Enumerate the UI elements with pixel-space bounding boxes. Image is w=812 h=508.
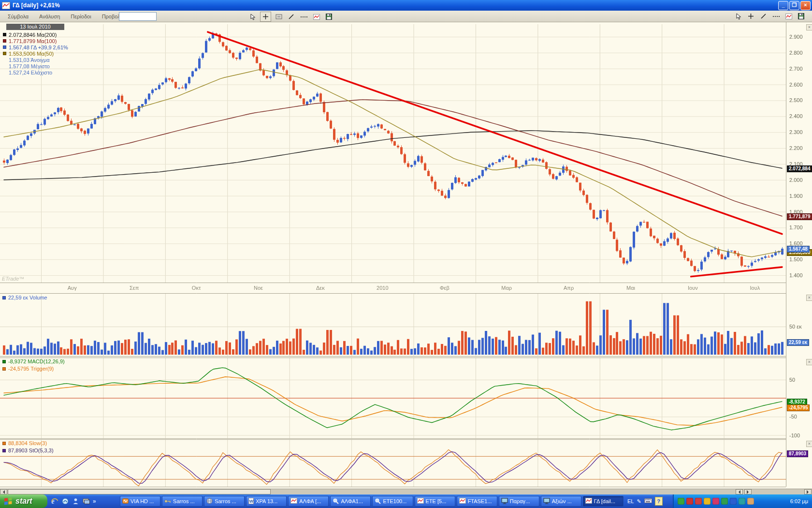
price-tick-1.900: 1.900 <box>789 193 803 199</box>
save-tool[interactable] <box>324 12 334 21</box>
task-buttons: VIA HD ...Sarros ...Sarros ...WΧΡΑ 13...… <box>120 496 624 507</box>
chart-icon <box>459 498 466 505</box>
horizontal-scrollbar[interactable] <box>0 489 812 494</box>
bluetooth-icon[interactable] <box>730 498 737 505</box>
task-button-11[interactable]: ΓΔ [dail... <box>583 496 624 507</box>
task-button-10[interactable]: Αξιών ... <box>541 496 581 507</box>
keyboard-icon[interactable] <box>644 498 652 505</box>
task-button-3[interactable]: WΧΡΑ 13... <box>246 496 287 507</box>
volume-legend-text: 22,59 εκ Volume <box>8 295 47 300</box>
antivirus-shield-icon[interactable] <box>678 498 684 505</box>
monitor-icon <box>543 498 550 505</box>
scroll-right-button[interactable] <box>804 489 812 494</box>
task-button-7[interactable]: ΕΤΕ [5... <box>415 496 455 507</box>
task-button-1[interactable]: Sarros ... <box>162 496 203 507</box>
task-button-2[interactable]: Sarros ... <box>204 496 245 507</box>
trendline-tool[interactable] <box>286 12 296 21</box>
msn-icon[interactable] <box>61 497 69 506</box>
start-button[interactable]: start <box>0 494 47 508</box>
chart-type-tool[interactable] <box>311 12 321 21</box>
language-indicator[interactable]: EL <box>627 498 634 504</box>
scrollbar-thumb[interactable] <box>8 489 271 494</box>
macd-tick-50: 50 <box>789 377 795 383</box>
volume-panel-close[interactable]: × <box>806 295 812 301</box>
globe-icon <box>206 498 213 505</box>
pointer-tool[interactable] <box>733 12 743 21</box>
slow-legend-swatch <box>2 442 6 445</box>
task-button-4[interactable]: ΑΛΦΑ [... <box>288 496 329 507</box>
stochastic-tag: 87,8903 <box>787 450 808 457</box>
crosshair-tool[interactable] <box>746 12 756 21</box>
price-tick-1.700: 1.700 <box>789 224 803 230</box>
macd-panel-close[interactable]: × <box>806 359 812 365</box>
pen-input-icon[interactable]: ✎ <box>637 498 641 505</box>
close-button[interactable]: × <box>800 1 811 10</box>
restore-button[interactable]: ❐ <box>789 1 799 10</box>
task-button-6[interactable]: ΕΤΕ100... <box>372 496 413 507</box>
update-red-icon[interactable] <box>695 498 702 505</box>
agent-red-icon[interactable] <box>686 498 693 505</box>
quick-launch-overflow-chevron[interactable]: » <box>93 498 96 505</box>
menu-2[interactable]: Περίοδοι <box>66 12 96 21</box>
task-button-5[interactable]: ΑΛΦΑ1... <box>330 496 371 507</box>
stochastic-panel-close[interactable]: × <box>806 441 812 447</box>
taskbar: start e» VIA HD ...Sarros ...Sarros ...W… <box>0 494 812 508</box>
legend-swatch <box>3 39 6 43</box>
x-label-2010: 2010 <box>377 285 388 291</box>
pointer-tool[interactable] <box>247 12 258 21</box>
task-label: ΧΡΑ 13... <box>256 498 277 504</box>
messenger-icon[interactable] <box>72 497 80 506</box>
crosshair-tool[interactable] <box>260 12 271 22</box>
dotted-line-tool[interactable] <box>771 12 781 21</box>
scroll-left-button[interactable] <box>0 489 7 494</box>
volume-legend-swatch <box>2 296 6 299</box>
internet-explorer-icon[interactable]: e <box>50 497 58 506</box>
x-label-Νοε: Νοε <box>254 285 263 291</box>
price-tag-0: 2.072,884 <box>787 165 812 172</box>
network-icon[interactable] <box>739 498 745 505</box>
menu-0[interactable]: Σύμβολα <box>3 12 33 21</box>
messenger-heart-icon[interactable] <box>712 498 719 505</box>
save-tool[interactable] <box>796 12 806 21</box>
magnifier-icon <box>375 498 381 505</box>
security-alert-icon[interactable] <box>704 498 710 505</box>
chart-type-tool[interactable] <box>783 12 794 21</box>
dotted-line-tool[interactable] <box>299 12 309 21</box>
task-button-8[interactable]: FTASE1... <box>457 496 497 507</box>
minimize-button[interactable]: _ <box>778 1 788 10</box>
legend-swatch <box>3 52 6 55</box>
macd-tag-1: -24,5795 <box>787 404 810 411</box>
symbol-input[interactable] <box>119 12 157 21</box>
via-audio-icon <box>122 498 129 505</box>
task-button-9[interactable]: Παραγ... <box>499 496 539 507</box>
key-icon <box>164 498 171 504</box>
macd-legend: -8,9372 MACD(12,26,9) <box>2 359 65 364</box>
help-icon[interactable]: ? <box>655 497 663 506</box>
legend-row-6: 1.527,24 Ελάχιστο <box>3 69 68 75</box>
volume-tag: 22,59 εκ <box>787 339 809 346</box>
region-tool[interactable] <box>274 12 284 21</box>
menu-bar: ΣύμβολαΑνάλυσηΠερίοδοιΠροβολή <box>0 11 812 22</box>
macd-tick--50: -50 <box>789 414 797 419</box>
menu-1[interactable]: Ανάλυση <box>34 12 65 21</box>
trendline-tool[interactable] <box>758 12 768 21</box>
scroll-page-right-button[interactable] <box>744 489 752 494</box>
price-chart-canvas[interactable] <box>0 22 812 489</box>
price-tick-2.500: 2.500 <box>789 97 803 103</box>
slow-legend-text: 88,8304 Slow(3) <box>8 440 47 446</box>
scroll-page-left-button[interactable] <box>736 489 743 494</box>
title-bar: ΓΔ [daily] +2,61% _ ❐ × <box>0 0 812 11</box>
x-label-Σεπ: Σεπ <box>130 285 139 291</box>
cursor-date-label: 13 Ιουλ 2010 <box>6 24 64 30</box>
task-label: FTASE1... <box>468 498 492 504</box>
legend-text: 1.771,8799 Μα(100) <box>9 38 57 44</box>
legend-text: 1.567,48 ΓΔ +39,9 2,61% <box>9 45 68 50</box>
camera-icon[interactable] <box>721 498 728 505</box>
via-tray-icon[interactable] <box>747 498 754 505</box>
task-button-0[interactable]: VIA HD ... <box>120 496 160 507</box>
show-desktop-icon[interactable] <box>82 497 90 506</box>
legend-swatch <box>3 45 6 49</box>
legend-row-3: 1.553,5006 Μα(50) <box>3 50 68 57</box>
price-panel-close[interactable]: × <box>806 24 812 30</box>
legend-text: 1.577,08 Μέγιστο <box>9 63 50 69</box>
